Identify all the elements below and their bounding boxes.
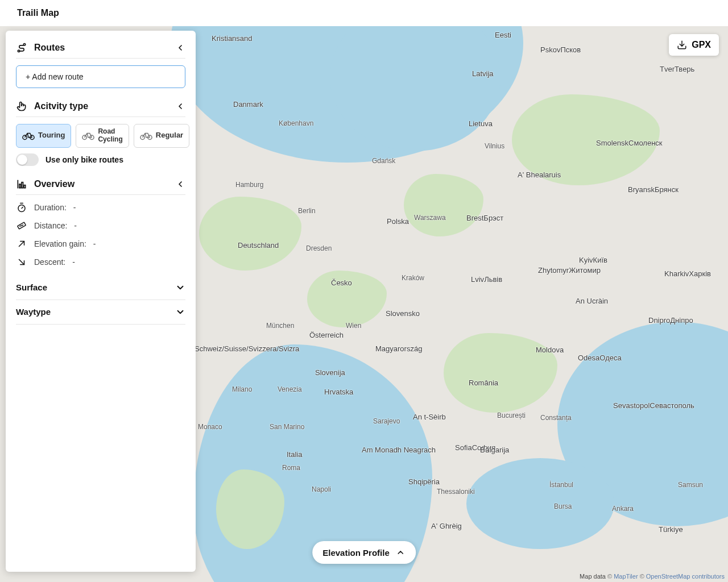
stat-value: - xyxy=(74,221,77,230)
map-place-label: Magyarország xyxy=(375,344,422,353)
route-icon xyxy=(16,42,27,53)
stat-distance: Distance: - xyxy=(16,217,185,235)
activity-chip-road-cycling[interactable]: RoadCycling xyxy=(76,124,129,148)
elevation-profile-toggle[interactable]: Elevation Profile xyxy=(312,541,416,564)
chevron-left-icon xyxy=(175,179,185,189)
add-route-label: + Add new route xyxy=(26,72,84,81)
surface-title: Surface xyxy=(16,282,47,292)
chevron-down-icon xyxy=(175,282,185,293)
svg-line-18 xyxy=(21,225,22,226)
svg-rect-12 xyxy=(24,185,25,188)
stat-value: - xyxy=(72,257,75,267)
arrow-down-right-icon xyxy=(16,256,27,268)
gpx-export-button[interactable]: GPX xyxy=(669,34,719,56)
map-place-label: Türkiye xyxy=(659,525,683,534)
svg-line-20 xyxy=(19,241,24,246)
chevron-left-icon xyxy=(175,43,185,53)
hand-tap-icon xyxy=(16,101,27,112)
attr-prefix: Map data xyxy=(580,573,606,580)
app-title: Traili Map xyxy=(17,8,59,18)
map-place-label: Berlin xyxy=(298,207,316,215)
map-place-label: An Ucràin xyxy=(576,297,608,305)
bike-routes-toggle-label: Use only bike routes xyxy=(46,155,123,164)
app-header: Traili Map xyxy=(0,0,728,26)
ruler-icon xyxy=(16,220,27,231)
activity-chip-label: RoadCycling xyxy=(98,128,122,144)
elevation-profile-label: Elevation Profile xyxy=(322,548,390,558)
bike-routes-toggle-row: Use only bike routes xyxy=(16,153,185,166)
routes-title: Routes xyxy=(34,43,65,53)
stat-label: Duration: xyxy=(34,203,67,212)
forest-shape xyxy=(512,94,660,185)
forest-shape xyxy=(199,197,301,271)
attr-osm-link[interactable]: OpenStreetMap contributors xyxy=(646,573,725,580)
download-icon xyxy=(677,40,687,50)
overview-title: Overview xyxy=(34,179,75,189)
attr-maptiler-link[interactable]: MapTiler xyxy=(614,573,638,580)
stat-label: Distance: xyxy=(34,221,67,230)
stopwatch-icon xyxy=(16,202,27,213)
add-route-button[interactable]: + Add new route xyxy=(16,65,185,88)
svg-line-19 xyxy=(23,225,23,226)
stat-value: - xyxy=(93,239,96,248)
svg-line-14 xyxy=(22,207,23,208)
stat-label: Descent: xyxy=(34,257,65,267)
map-place-label: Slovensko xyxy=(386,309,420,318)
bar-chart-icon xyxy=(16,178,27,190)
sea-shape xyxy=(466,458,614,549)
stat-descent: Descent: - xyxy=(16,253,185,271)
map-place-label: Hamburg xyxy=(235,181,263,189)
activity-title: Acitvity type xyxy=(34,101,88,111)
map-place-label: LvivЛьвів xyxy=(471,275,502,284)
chevron-left-icon xyxy=(175,101,185,111)
svg-line-21 xyxy=(19,259,24,264)
map-place-label: TverТверь xyxy=(660,65,694,73)
waytype-section-header[interactable]: Waytype xyxy=(16,300,185,325)
bike-routes-toggle[interactable] xyxy=(16,153,39,166)
map-place-label: KyivКиїв xyxy=(579,256,607,264)
map-place-label: PskovПсков xyxy=(540,45,581,54)
map-place-label: București xyxy=(497,411,526,419)
map-place-label: Österreich xyxy=(309,331,344,339)
bike-icon xyxy=(22,131,35,140)
sidebar-panel: Routes + Add new route Acitvity type Tou xyxy=(6,31,196,572)
attr-sep: © xyxy=(606,573,614,580)
map-place-label: ZhytomyrЖитомир xyxy=(538,266,601,275)
map-place-label: BryanskБрянск xyxy=(628,185,679,194)
map-place-label: Kraków xyxy=(402,274,424,282)
routes-section-header[interactable]: Routes xyxy=(16,39,185,59)
activity-chip-label: Regular xyxy=(156,131,183,140)
activity-section-header[interactable]: Acitvity type xyxy=(16,97,185,117)
attr-sep: © xyxy=(638,573,646,580)
waytype-title: Waytype xyxy=(16,307,51,317)
bike-icon xyxy=(82,131,94,140)
map-place-label: SofiaСофия xyxy=(455,443,495,452)
svg-rect-10 xyxy=(19,184,21,188)
chevron-up-icon xyxy=(395,547,406,558)
forest-shape xyxy=(404,174,483,236)
stat-elev-gain: Elevation gain: - xyxy=(16,235,185,253)
chevron-down-icon xyxy=(175,307,185,317)
overview-section-header[interactable]: Overview xyxy=(16,175,185,195)
map-place-label: Dresden xyxy=(306,244,332,252)
surface-section-header[interactable]: Surface xyxy=(16,276,185,300)
svg-line-17 xyxy=(20,226,20,227)
map-place-label: Polska xyxy=(387,217,409,226)
svg-rect-11 xyxy=(22,182,23,188)
overview-stats: Duration: - Distance: - Elevation gain: … xyxy=(16,195,185,271)
forest-shape xyxy=(307,271,387,327)
arrow-up-right-icon xyxy=(16,238,27,250)
activity-chip-regular[interactable]: Regular xyxy=(134,124,189,148)
stat-value: - xyxy=(73,203,76,212)
bike-icon xyxy=(140,131,152,140)
map-place-label: KharkivХарків xyxy=(664,269,711,278)
map-place-label: Vilnius xyxy=(485,142,504,150)
activity-options: Touring RoadCycling Regular xyxy=(16,124,185,148)
map-place-label: Bǎlgarija xyxy=(480,446,509,454)
map-place-label: München xyxy=(266,322,294,330)
stat-label: Elevation gain: xyxy=(34,239,86,248)
map-place-label: A' Ghrèig xyxy=(431,522,462,530)
activity-chip-label: Touring xyxy=(38,131,65,140)
activity-chip-touring[interactable]: Touring xyxy=(16,124,71,148)
stat-duration: Duration: - xyxy=(16,198,185,217)
